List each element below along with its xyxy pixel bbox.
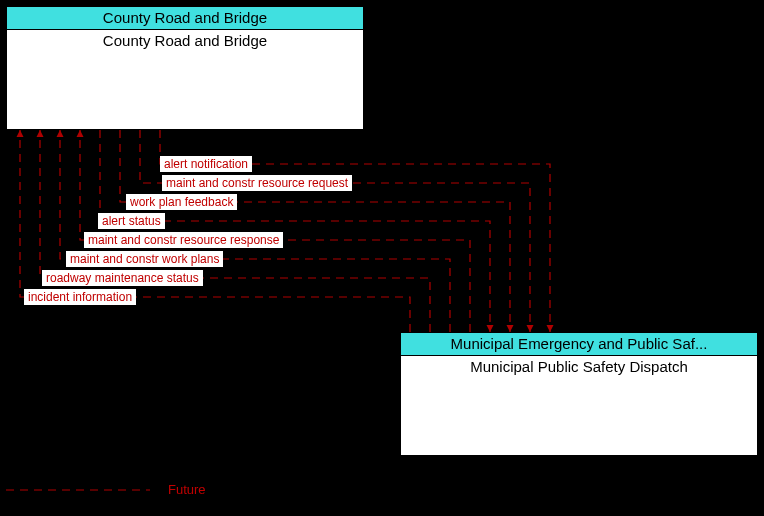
entity-header: Municipal Emergency and Public Saf...: [401, 333, 757, 356]
flow-label: maint and constr work plans: [66, 251, 223, 267]
flow-label: incident information: [24, 289, 136, 305]
flow-label: roadway maintenance status: [42, 270, 203, 286]
entity-box-municipal-dispatch[interactable]: Municipal Emergency and Public Saf... Mu…: [400, 332, 758, 456]
entity-title: County Road and Bridge: [7, 30, 363, 51]
flow-label: maint and constr resource response: [84, 232, 283, 248]
flow-label: maint and constr resource request: [162, 175, 352, 191]
entity-header: County Road and Bridge: [7, 7, 363, 30]
entity-title: Municipal Public Safety Dispatch: [401, 356, 757, 377]
flow-label: alert status: [98, 213, 165, 229]
flow-label: alert notification: [160, 156, 252, 172]
entity-box-county-road-bridge[interactable]: County Road and Bridge County Road and B…: [6, 6, 364, 130]
flow-label: work plan feedback: [126, 194, 237, 210]
legend-future-label: Future: [168, 482, 206, 497]
